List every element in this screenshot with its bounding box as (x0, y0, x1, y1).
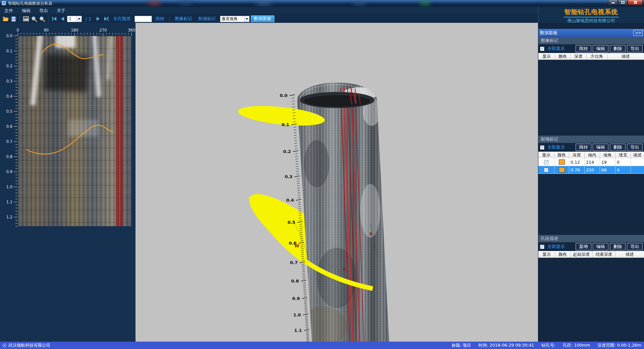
column-header: 起始深度 (571, 251, 593, 258)
svg-text:0.2: 0.2 (283, 149, 291, 154)
section-button-2[interactable]: 删除 (610, 243, 626, 250)
data-panel: 数据面板 >> 图像标记全部显示跳转编辑删除导出显示颜色深度方位角描述裂缝标记全… (538, 23, 644, 342)
svg-text:90: 90 (44, 28, 49, 33)
last-page-icon[interactable] (103, 15, 110, 22)
table-row[interactable]: 0.12214190 (538, 158, 644, 166)
show-all-label: 全部显示 (547, 46, 574, 52)
borehole-opening-inner (304, 95, 370, 107)
section-button-3[interactable]: 导出 (627, 243, 643, 250)
row-cell: 214 (585, 158, 600, 166)
svg-text:1.1: 1.1 (294, 328, 302, 333)
svg-text:S: S (369, 231, 372, 236)
svg-text:0.5: 0.5 (6, 109, 12, 114)
section-button-2[interactable]: 删除 (610, 144, 626, 151)
show-all-checkbox[interactable] (540, 47, 544, 51)
section-button-3[interactable]: 导出 (627, 144, 643, 151)
app-icon (2, 1, 6, 5)
collapse-panel-button[interactable]: >> (633, 30, 643, 36)
folder-open-icon[interactable] (2, 15, 9, 22)
row-visible-checkbox[interactable] (544, 168, 548, 172)
maximize-button[interactable] (618, 0, 628, 5)
save-icon[interactable] (10, 15, 17, 22)
image-mark-button[interactable]: 图像标记 (172, 16, 195, 22)
borehole-3d-viewport[interactable]: WES 0.00.10.20.30.40.50.60.70.80.91.01.1… (136, 23, 538, 342)
row-color-swatch[interactable] (559, 167, 565, 172)
section-segment-desc: 孔段描述全部显示新增编辑删除导出显示颜色起始深度结束深度描述 (538, 235, 644, 258)
svg-text:0.9: 0.9 (6, 169, 12, 174)
page-number-select[interactable]: 1 (67, 16, 82, 22)
crack-mark-button[interactable]: 裂缝标记 (196, 16, 218, 22)
zoom-out-icon[interactable] (39, 15, 45, 22)
status-diameter: 孔径: 100mm (563, 343, 590, 348)
menu-item-2[interactable]: 导出 (35, 7, 52, 14)
section-button-1[interactable]: 编辑 (593, 243, 608, 250)
column-header: 描述 (615, 251, 644, 258)
svg-text:0.5: 0.5 (287, 220, 295, 225)
data-panel-toggle-button[interactable]: 数据面板 (251, 15, 274, 22)
status-bar: 武汉领航科技有限公司 标题: 项目 时间: 2018-06-29 09:30:4… (0, 342, 644, 349)
section-button-1[interactable]: 编辑 (593, 45, 608, 52)
menu-item-0[interactable]: 文件 (0, 7, 17, 14)
menu-bar: 文件编辑导出关于 (0, 7, 538, 15)
status-copyright: 武汉领航科技有限公司 (8, 343, 50, 348)
dropdown-arrow-icon[interactable] (244, 16, 249, 22)
column-header: 方位角 (587, 53, 607, 60)
table-row[interactable]: 0.76250660 (538, 166, 644, 174)
view-mode-select[interactable]: 垂直视角 (220, 16, 250, 22)
toolbar: 1 / 1 全孔预览 跳转 图像标记 裂缝标记 垂直视角 数据面板 (0, 15, 538, 23)
aero-blur-decoration (148, 1, 161, 6)
svg-text:1.2: 1.2 (6, 215, 12, 219)
svg-text:0.1: 0.1 (281, 122, 289, 127)
dropdown-arrow-icon[interactable] (76, 16, 82, 22)
column-header: 深度 (571, 53, 587, 60)
section-button-3[interactable]: 导出 (627, 45, 643, 52)
svg-text:0.3: 0.3 (285, 174, 292, 179)
fracture-curve-2[interactable] (26, 125, 113, 154)
borehole-3d-scene: WES 0.00.10.20.30.40.50.60.70.80.91.01.1… (136, 23, 538, 342)
show-all-checkbox[interactable] (540, 145, 544, 150)
section-button-1[interactable]: 编辑 (593, 144, 608, 151)
fracture-curve-1[interactable] (42, 44, 103, 59)
toolbar-separator (169, 16, 170, 22)
aero-blur-decoration (352, 1, 367, 6)
section-button-0[interactable]: 跳转 (576, 45, 591, 52)
row-color-swatch[interactable] (559, 159, 565, 165)
menu-item-3[interactable]: 关于 (52, 7, 70, 14)
first-page-icon[interactable] (51, 15, 58, 22)
aero-blur-decoration (255, 1, 272, 6)
column-header: 颜色 (555, 251, 571, 258)
toolbar-separator (48, 16, 48, 22)
section-title: 裂缝标记 (538, 136, 644, 143)
borehole-wall-image[interactable] (18, 36, 131, 226)
svg-text:0.7: 0.7 (6, 139, 12, 144)
full-hole-preview-button[interactable]: 全孔预览 (111, 16, 133, 22)
jump-button[interactable]: 跳转 (153, 16, 167, 22)
row-visible-checkbox[interactable] (544, 160, 548, 164)
menu-item-1[interactable]: 编辑 (17, 7, 35, 14)
zoom-in-icon[interactable] (31, 15, 37, 22)
svg-text:0.3: 0.3 (6, 79, 12, 84)
column-header: 描述 (607, 53, 644, 60)
column-header: 颜色 (555, 53, 571, 60)
section-crack-marks: 裂缝标记全部显示跳转编辑删除导出显示颜色深度倾向倾角缝宽描述0.12214190… (538, 136, 644, 174)
svg-text:0.1: 0.1 (6, 49, 12, 53)
brand-area: 智能钻孔电视系统 唐山莱锐思科技有限公司 (538, 7, 644, 23)
svg-text:1.0: 1.0 (293, 312, 301, 317)
next-page-icon[interactable] (95, 15, 102, 22)
section-button-0[interactable]: 跳转 (576, 144, 591, 151)
system-title: 智能钻孔电视系统 (564, 8, 619, 17)
image-adjust-icon[interactable] (22, 15, 29, 22)
data-panel-header: 数据面板 >> (538, 29, 644, 37)
prev-page-icon[interactable] (59, 15, 66, 22)
svg-text:0.6: 0.6 (6, 124, 12, 129)
column-header: 倾角 (600, 152, 615, 158)
window-title: 智能钻孔电视数据分析器 (8, 1, 52, 6)
minimize-button[interactable] (608, 0, 618, 5)
jump-depth-input[interactable] (135, 16, 152, 22)
show-all-checkbox[interactable] (540, 245, 544, 249)
table-header: 显示颜色深度倾向倾角缝宽描述 (538, 152, 644, 158)
section-button-2[interactable]: 删除 (610, 45, 626, 52)
section-button-0[interactable]: 新增 (576, 243, 591, 250)
close-button[interactable] (628, 0, 643, 5)
row-cell (631, 158, 644, 166)
